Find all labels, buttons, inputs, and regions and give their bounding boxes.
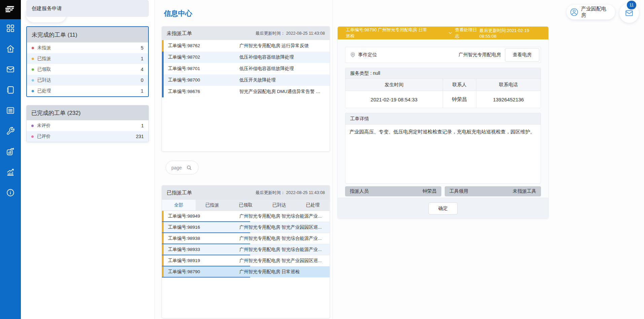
- tab[interactable]: 全部: [162, 200, 196, 211]
- work-order-title: 低压补偿电容器组故障处理: [239, 54, 330, 60]
- work-order-number: 工单编号:98919: [168, 258, 239, 264]
- status-row[interactable]: 已指派 1: [27, 53, 148, 64]
- work-order-number: 工单编号:98938: [168, 235, 239, 242]
- status-row[interactable]: 已领取 4: [27, 64, 148, 75]
- app-logo: [0, 0, 21, 19]
- work-order-row[interactable]: 工单编号:98676 智光产业园配电房 DMU通信异常告警 …: [162, 86, 330, 97]
- status-row[interactable]: 未评价 1: [27, 120, 148, 131]
- work-order-row[interactable]: 工单编号:98949 广州智光专用配电房 智光综合能源产业...: [162, 211, 330, 222]
- assigned-orders-card: 已指派工单 最后更新时间： 2022-08-25 11:43:08 全部 已指派…: [162, 185, 330, 318]
- unassigned-orders-list: 工单编号:98762 广州智光专用配电房 运行异常反馈 工单编号:98702 低…: [162, 40, 330, 97]
- view-log-link[interactable]: 查看处理日志: [448, 27, 479, 39]
- table-cell: 2021-02-19 08:54:33: [345, 91, 443, 108]
- tab[interactable]: 已处理: [296, 200, 330, 211]
- wrench-icon[interactable]: [6, 126, 15, 136]
- work-order-number: 工单编号:98790: [168, 269, 239, 275]
- status-label: 已到达: [37, 77, 51, 83]
- confirm-button[interactable]: 确定: [429, 202, 457, 215]
- mail-icon[interactable]: [6, 65, 15, 74]
- detail-updated-time: 最后更新时间:2021-02-19 08:55:08: [479, 28, 543, 39]
- status-row[interactable]: 已到达 0: [27, 75, 148, 86]
- work-order-row[interactable]: 工单编号:98933 广州智光专用配电房 智光综合能源产业...: [162, 244, 330, 255]
- status-dot-icon: [32, 47, 34, 49]
- unassigned-orders-header: 未指派工单 最后更新时间： 2022-08-25 11:43:08: [162, 27, 330, 40]
- unfinished-orders-card: 未完成的工单 (11) 未指派 5 已指派 1 已领取 4: [26, 26, 149, 97]
- status-label: 未指派: [37, 45, 51, 51]
- status-dot-icon: [32, 58, 34, 60]
- user-account-pill[interactable]: 产业园配电房: [567, 5, 615, 20]
- grid-icon[interactable]: [6, 24, 15, 33]
- left-panel: ‹ 返回 未完成的工单 (11) 未指派 5 已指派 1: [21, 0, 155, 319]
- column-divider: [333, 0, 333, 319]
- work-order-row[interactable]: 工单编号:98762 广州智光专用配电房 运行异常反馈: [162, 40, 330, 52]
- status-row[interactable]: 已评价 231: [27, 131, 148, 142]
- work-order-number: 工单编号:98933: [168, 247, 239, 253]
- work-order-title: 智光产业园配电房 DMU通信异常告警 …: [239, 89, 330, 95]
- home-icon[interactable]: [6, 44, 15, 54]
- assignee-label: 指派人员: [350, 188, 369, 194]
- info-icon[interactable]: [6, 188, 15, 197]
- work-order-number: 工单编号:98949: [168, 213, 239, 219]
- work-detail-label: 工单详情: [345, 113, 541, 125]
- work-order-row[interactable]: 工单编号:98938 广州智光专用配电房 智光综合能源产业...: [162, 233, 330, 244]
- table-column-header: 联系电话: [476, 79, 541, 91]
- table-cell: 13926452136: [476, 91, 541, 108]
- assigned-orders-header: 已指派工单 最后更新时间： 2022-08-25 11:43:08: [162, 186, 330, 200]
- table-cell: 钟荣昌: [443, 91, 476, 108]
- status-row[interactable]: 未指派 5: [27, 42, 148, 53]
- priority-stripe: [162, 255, 164, 266]
- status-dot-icon: [32, 68, 34, 71]
- assigned-tabs: 全部 已指派 已领取 已到达 已处理: [162, 200, 330, 211]
- service-table-row: 2021-02-19 08:54:33钟荣昌13926452136: [345, 91, 541, 108]
- finished-orders-title: 已完成的工单 (232): [27, 105, 148, 120]
- view-room-button[interactable]: 查看电房: [505, 48, 539, 62]
- tools-pill[interactable]: 工具领用 未指派工具: [445, 186, 541, 196]
- assigned-orders-title: 已指派工单: [167, 190, 192, 196]
- list-icon[interactable]: [6, 106, 15, 115]
- unassigned-updated-time: 最后更新时间： 2022-08-25 11:43:08: [256, 31, 325, 36]
- assignee-pill[interactable]: 指派人员 钟荣昌: [345, 186, 441, 196]
- work-detail-card: 工单详情 产业园高压、专变、低压电房定时巡检检查记录，充电桩充电站巡视检查，园区…: [345, 113, 541, 184]
- work-order-title: 广州智光专用配电房 智光综合能源产业...: [239, 247, 330, 253]
- tab[interactable]: 已指派: [196, 200, 229, 211]
- priority-stripe: [162, 222, 164, 233]
- order-detail-panel: 工单编号:98790 广州智光专用配电房 日常巡检 查看处理日志 最后更新时间:…: [337, 26, 549, 219]
- finished-orders-list: 未评价 1 已评价 231: [27, 120, 148, 142]
- search-icon[interactable]: [186, 165, 192, 171]
- work-order-row[interactable]: 工单编号:98919 广州智光专用配电房 智光产业园园区巡...: [162, 255, 330, 266]
- work-order-row[interactable]: 工单编号:98700 低压开关故障处理: [162, 74, 330, 86]
- work-order-title: 低压补偿电容器组故障处理: [239, 66, 330, 72]
- table-column-header: 发生时间: [345, 79, 443, 91]
- status-count: 231: [136, 134, 144, 139]
- unfinished-orders-title: 未完成的工单 (11): [27, 27, 148, 42]
- trend-icon[interactable]: [6, 167, 15, 177]
- page-search-input[interactable]: [171, 165, 186, 170]
- work-detail-text: 产业园高压、专变、低压电房定时巡检检查记录，充电桩充电站巡视检查，园区维护。: [345, 125, 541, 183]
- work-order-number: 工单编号:98700: [168, 77, 239, 83]
- status-dot-icon: [31, 125, 34, 127]
- status-row[interactable]: 已处理 1: [27, 86, 148, 96]
- view-log-label: 查看处理日志: [455, 27, 479, 39]
- priority-stripe: [162, 52, 164, 63]
- tab[interactable]: 已领取: [229, 200, 263, 211]
- priority-stripe: [162, 86, 164, 97]
- unassigned-orders-title: 未指派工单: [167, 30, 192, 37]
- service-table-header: 发生时间联系人联系电话: [345, 79, 541, 91]
- priority-stripe: [162, 63, 164, 74]
- priority-stripe: [162, 40, 164, 52]
- work-order-title: 低压开关故障处理: [239, 77, 330, 83]
- notebook-icon[interactable]: [6, 85, 15, 95]
- status-label: 已指派: [37, 56, 51, 62]
- work-order-row[interactable]: 工单编号:98790 广州智光专用配电房 日常巡检: [162, 266, 330, 278]
- status-label: 已处理: [37, 88, 51, 94]
- status-dot-icon: [32, 90, 34, 92]
- table-column-header: 联系人: [443, 79, 476, 91]
- work-order-row[interactable]: 工单编号:98916 广州智光专用配电房 智光产业园园区巡...: [162, 222, 330, 233]
- tab-label: 全部: [174, 202, 183, 208]
- side-link[interactable]: 创建服务申请: [26, 0, 149, 17]
- report-icon[interactable]: [6, 147, 15, 156]
- assigned-updated-time: 最后更新时间： 2022-08-25 11:43:08: [256, 190, 325, 196]
- work-order-row[interactable]: 工单编号:98701 低压补偿电容器组故障处理: [162, 63, 330, 74]
- tab[interactable]: 已到达: [263, 200, 296, 211]
- work-order-row[interactable]: 工单编号:98702 低压补偿电容器组故障处理: [162, 52, 330, 63]
